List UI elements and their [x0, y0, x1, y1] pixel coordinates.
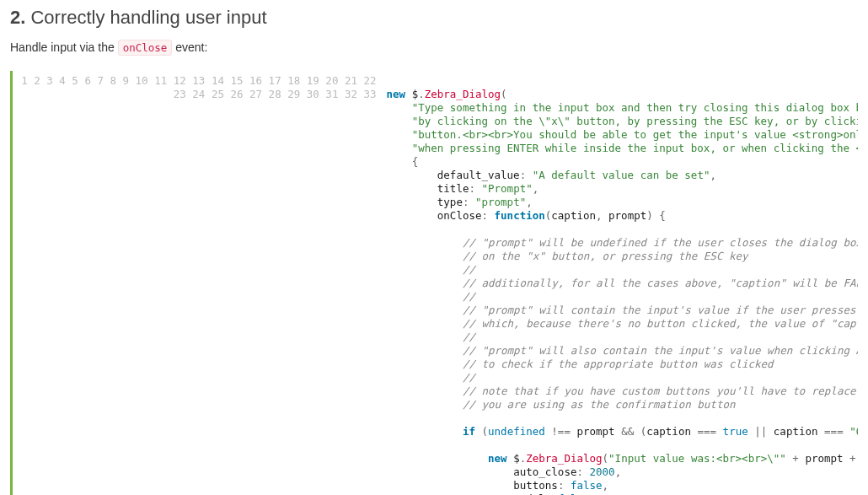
line-number-gutter: 1 2 3 4 5 6 7 8 9 10 11 12 13 14 15 16 1…	[13, 71, 383, 495]
inline-code-onclose: onClose	[118, 40, 173, 56]
code-content: new $.Zebra_Dialog( "Type something in t…	[383, 71, 858, 495]
intro-text-pre: Handle input via the	[10, 40, 118, 54]
heading-text: Correctly handling user input	[30, 7, 266, 28]
heading-number: 2.	[10, 7, 25, 28]
intro-text-post: event:	[172, 40, 207, 54]
intro-paragraph: Handle input via the onClose event:	[10, 40, 858, 54]
code-block: 1 2 3 4 5 6 7 8 9 10 11 12 13 14 15 16 1…	[10, 71, 858, 495]
section-heading: 2. Correctly handling user input	[10, 7, 858, 29]
